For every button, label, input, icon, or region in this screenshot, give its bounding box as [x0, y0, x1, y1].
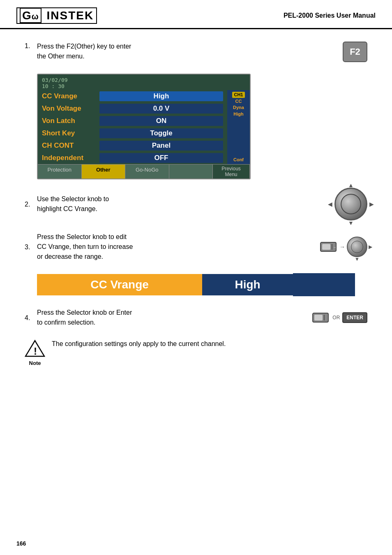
arrow-to-knob: →	[339, 244, 345, 250]
step-1-text: Press the F2(Other) key to enterthe Othe…	[37, 42, 334, 61]
lcd-value-von-latch: ON	[99, 116, 223, 126]
lcd-row-von-latch: Von Latch ON	[38, 115, 227, 127]
lcd-label-short-key: Short Key	[42, 129, 99, 137]
menu-other[interactable]: Other	[82, 165, 126, 179]
logo: Gω INSTEK	[16, 7, 97, 24]
small-knob-arrow-right: ▶	[369, 244, 372, 250]
lcd-menu-bar: Protection Other Go-NoGo PreviousMenu	[38, 164, 250, 179]
knob-arrow-right: ▶	[369, 201, 374, 207]
knob-arrow-left: ◀	[328, 201, 332, 207]
page-content: 1. Press the F2(Other) key to enterthe O…	[0, 42, 392, 383]
lcd-label-ch-cont: CH CONT	[42, 142, 99, 150]
menu-empty	[169, 165, 213, 179]
lcd-label-von-voltage: Von Voltage	[42, 104, 99, 113]
lcd-value-short-key: Toggle	[99, 128, 223, 138]
step-4: 4. Press the Selector knob or Enterto co…	[25, 308, 367, 327]
enter-button[interactable]: ENTER	[342, 312, 367, 323]
note-label: Note	[25, 360, 45, 366]
step-3-number: 3.	[25, 244, 37, 251]
menu-go-nogo[interactable]: Go-NoGo	[125, 165, 169, 179]
logo-gw: Gω	[20, 8, 42, 23]
press-knob-illustration: → → ▶ ▼	[320, 237, 367, 257]
lcd-display: CC Vrange High Von Voltage 0.0 V Von Lat…	[38, 90, 250, 164]
manual-title: PEL-2000 Series User Manual	[284, 12, 376, 19]
step-1-number: 1.	[25, 42, 37, 50]
svg-rect-5	[314, 315, 323, 320]
knob-arrow-down: ▼	[348, 220, 354, 226]
f2-button[interactable]: F2	[343, 42, 367, 62]
step-4-number: 4.	[25, 314, 37, 322]
lcd-row-cc-vrange: CC Vrange High	[38, 90, 227, 102]
lcd-label-independent: Independent	[42, 154, 99, 162]
svg-text:→: →	[333, 246, 336, 249]
menu-protection[interactable]: Protection	[38, 165, 82, 179]
step-4-text: Press the Selector knob or Enterto confi…	[37, 308, 304, 327]
logo-box: Gω INSTEK	[16, 7, 97, 24]
cc-vrange-display: CC Vrange High	[37, 273, 355, 296]
step-3: 3. Press the Selector knob to editCC Vra…	[25, 232, 367, 262]
confirm-selector-icon	[312, 311, 330, 324]
cc-vrange-label: CC Vrange	[37, 274, 202, 295]
knob-arrow-up: ▲	[348, 182, 354, 188]
note-section: ! Note The configuration settings only a…	[25, 339, 367, 366]
lcd-row-independent: Independent OFF	[38, 152, 227, 164]
step-4-icons: OR ENTER	[312, 311, 367, 324]
sidebar-conf: Conf	[233, 157, 244, 163]
step-2-number: 2.	[25, 201, 37, 208]
lcd-value-ch-cont: Panel	[99, 141, 223, 151]
sidebar-dyna: Dyna	[233, 105, 244, 110]
sidebar-ch1: CH1	[232, 92, 244, 98]
lcd-row-short-key: Short Key Toggle	[38, 127, 227, 139]
lcd-row-von-voltage: Von Voltage 0.0 V	[38, 102, 227, 115]
knob-inner	[341, 194, 361, 214]
page-number: 166	[16, 540, 26, 547]
sidebar-high: High	[233, 111, 243, 117]
lcd-label-von-latch: Von Latch	[42, 117, 99, 125]
cc-vrange-value: High	[202, 274, 293, 295]
page-header: Gω INSTEK PEL-2000 Series User Manual	[0, 0, 392, 29]
lcd-screen: 03/02/09 10 : 30 CC Vrange High Von Volt…	[37, 74, 251, 179]
lcd-row-ch-cont: CH CONT Panel	[38, 139, 227, 152]
selector-knob-illustration: ▲ ▼ ▶ ◀	[334, 188, 367, 221]
knob[interactable]	[334, 188, 367, 221]
note-text: The configuration settings only apply to…	[52, 339, 226, 349]
lcd-value-von-voltage: 0.0 V	[99, 104, 223, 114]
sidebar-cc: CC	[235, 99, 242, 104]
svg-rect-1	[322, 244, 330, 250]
press-selector-icon: →	[320, 241, 338, 253]
small-knob-arrow-down: ▼	[355, 256, 360, 262]
lcd-value-independent: OFF	[99, 153, 223, 163]
small-knob-inner	[351, 241, 363, 253]
or-label: OR	[332, 315, 340, 320]
small-knob	[347, 237, 367, 257]
step-2: 2. Use the Selector knob tohighlight CC …	[25, 188, 367, 221]
step-1-icon: F2	[343, 42, 367, 62]
lcd-sidebar: CH1 CC Dyna High Conf	[227, 90, 250, 164]
warning-icon: !	[25, 339, 45, 358]
cc-vrange-right-block	[293, 273, 355, 296]
step-3-text: Press the Selector knob to editCC Vrange…	[37, 232, 311, 262]
menu-previous[interactable]: PreviousMenu	[213, 165, 250, 179]
lcd-value-cc-vrange: High	[99, 91, 223, 101]
svg-text:!: !	[34, 346, 37, 357]
lcd-main: CC Vrange High Von Voltage 0.0 V Von Lat…	[38, 90, 227, 164]
lcd-date: 03/02/09 10 : 30	[38, 74, 250, 90]
step-2-text: Use the Selector knob tohighlight CC Vra…	[37, 194, 326, 214]
logo-instek: INSTEK	[46, 9, 94, 22]
step-1: 1. Press the F2(Other) key to enterthe O…	[25, 42, 367, 62]
lcd-label-cc-vrange: CC Vrange	[42, 92, 99, 100]
note-icon: ! Note	[25, 339, 45, 366]
